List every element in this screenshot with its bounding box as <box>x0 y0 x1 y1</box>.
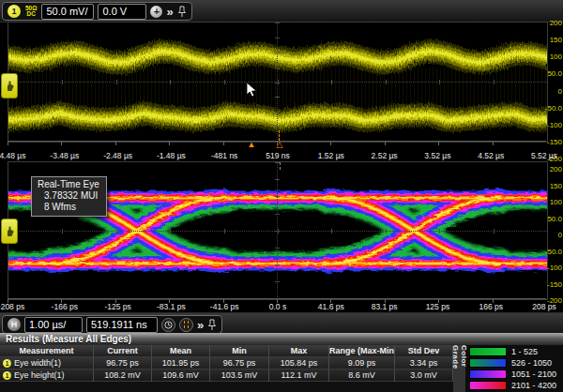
trigger-dash-line <box>279 130 280 141</box>
time-reference-marker[interactable]: ▲ <box>248 141 256 149</box>
acquisition-clock-icon[interactable] <box>161 318 175 332</box>
eye-info-wfms: 8 Wfms <box>38 202 99 213</box>
time-axis-label: 2.52 µs <box>372 151 398 160</box>
oscilloscope-screen: 1 50Ω DC 50.0 mV/ 0.0 V + » 20015 <box>0 0 563 392</box>
voltage-axis-label: -50.0 <box>545 248 562 256</box>
voltage-axis-top: 20015010050.00-50.0-100-150-200 <box>541 19 563 155</box>
measurement-value-cell: 96.75 ps <box>210 357 269 369</box>
time-axis-label: 125 ps <box>426 302 450 311</box>
results-column-header[interactable]: Range (Max-Min) <box>329 345 395 357</box>
waveform-transition-fuzz <box>8 68 547 109</box>
eye-drag-handle[interactable] <box>1 219 18 244</box>
time-axis-label: -481 ns <box>211 151 237 160</box>
hand-pointer-icon <box>5 225 14 237</box>
eye-info-title: Real-Time Eye <box>38 179 99 190</box>
pin-icon[interactable] <box>207 319 217 331</box>
horizontal-button[interactable]: H <box>8 318 21 331</box>
time-axis-label: 1.52 µs <box>318 151 344 160</box>
color-grade-row: 2101 - 4200 <box>465 380 563 390</box>
time-axis-label: -3.48 µs <box>50 151 79 160</box>
color-grade-swatch <box>469 381 507 390</box>
waveform-panel[interactable] <box>8 22 548 143</box>
color-grade-range: 526 - 1050 <box>511 358 552 368</box>
time-axis-label: 208 ps <box>532 302 556 311</box>
time-axis-label: 41.6 ps <box>318 302 344 311</box>
voltage-axis-eye: 20015010050.00-50.0-100-150-200 <box>541 165 563 298</box>
measurement-value-cell: 105.84 ps <box>269 357 329 369</box>
voltage-axis-label: -100 <box>547 121 562 129</box>
time-axis-eye: -208 ps-166 ps-125 ps-83.1 ps-41.6 ps0.0… <box>8 298 546 313</box>
timebase-position-field[interactable]: 519.1911 ns <box>86 317 158 333</box>
measurement-value-cell: 3.0 mV <box>395 369 453 382</box>
source-channel-icon: 1 <box>3 371 11 380</box>
channel1-drag-handle[interactable] <box>1 73 18 98</box>
voltage-axis-label: 150 <box>550 36 562 44</box>
measurement-name: Eye width(1) <box>14 357 61 369</box>
time-axis-label: -4.48 µs <box>0 151 25 160</box>
eye-diagram-panel[interactable]: Real-Time Eye 3.78332 MUI 8 Wfms <box>8 161 548 300</box>
voltage-axis-label: -50.0 <box>545 104 562 113</box>
measurement-value-cell: 109.6 mV <box>152 369 210 382</box>
voltage-axis-label: 50.0 <box>547 69 562 78</box>
coupling-label: DC <box>27 11 36 17</box>
measurement-value-cell: 8.6 mV <box>329 369 395 382</box>
color-grade-range: 1 - 525 <box>511 347 538 356</box>
measurement-value-cell: 112.1 mV <box>269 369 329 382</box>
results-pane: Results (Measure All Edges) MeasurementC… <box>0 333 563 392</box>
vertical-offset-field[interactable]: 0.0 V <box>98 4 146 20</box>
color-grade-row: 1051 - 2100 <box>465 369 563 379</box>
time-axis-label: 4.52 µs <box>478 151 504 160</box>
results-column-header[interactable]: Current <box>94 345 152 357</box>
measurement-value-cell: 101.95 ps <box>152 357 210 369</box>
voltage-axis-label: -150 <box>547 138 562 146</box>
voltage-axis-label: 150 <box>550 182 562 190</box>
time-axis-label: -1.48 µs <box>157 151 186 160</box>
add-channel-icon[interactable]: + <box>150 6 162 18</box>
measurement-name: Eye height(1) <box>14 369 65 382</box>
measurement-value-cell: 103.5 mV <box>210 369 269 382</box>
results-column-header[interactable]: Min <box>210 345 269 357</box>
color-grade-legend: Color Grade 1 - 525526 - 10501051 - 2100… <box>453 345 563 392</box>
channel-controls-group: 1 50Ω DC 50.0 mV/ 0.0 V + » <box>2 2 192 21</box>
time-axis-label: 83.1 ps <box>372 302 398 311</box>
results-table: MeasurementCurrentMeanMinMaxRange (Max-M… <box>0 345 453 382</box>
color-grade-entries: 1 - 525526 - 10501051 - 21002101 - 4200 <box>465 345 563 392</box>
results-title: Results (Measure All Edges) <box>0 333 563 345</box>
trigger-dash <box>280 162 281 170</box>
time-axis-label: 5.52 µs <box>531 151 557 160</box>
pin-icon[interactable] <box>177 6 187 18</box>
results-header-row: MeasurementCurrentMeanMinMaxRange (Max-M… <box>0 345 453 357</box>
results-row[interactable]: 1Eye width(1)96.75 ps101.95 ps96.75 ps10… <box>0 357 453 369</box>
results-column-header[interactable]: Measurement <box>0 345 94 357</box>
voltage-axis-label: 100 <box>550 198 562 206</box>
time-axis-label: -41.6 ps <box>210 302 239 311</box>
voltage-axis-label: 100 <box>550 53 562 61</box>
results-row[interactable]: 1Eye height(1)108.2 mV109.6 mV103.5 mV11… <box>0 369 453 382</box>
eye-info-mui: 3.78332 MUI <box>38 190 99 202</box>
results-column-header[interactable]: Std Dev <box>395 345 453 357</box>
results-column-header[interactable]: Max <box>269 345 329 357</box>
voltage-axis-label: 200 <box>550 19 562 27</box>
voltage-axis-label: 0 <box>558 231 562 239</box>
time-axis-label: 0.0 s <box>269 302 286 311</box>
expand-chevrons-icon[interactable]: » <box>197 319 204 331</box>
mouse-cursor-icon <box>246 82 257 98</box>
color-grade-range: 2101 - 4200 <box>511 381 556 390</box>
eye-markers-icon[interactable] <box>179 318 193 332</box>
time-axis-label: -166 ps <box>52 302 78 311</box>
results-column-header[interactable]: Mean <box>152 345 210 357</box>
timebase-scale-field[interactable]: 1.00 µs/ <box>24 317 83 333</box>
vertical-scale-field[interactable]: 50.0 mV/ <box>41 4 94 20</box>
expand-chevrons-icon[interactable]: » <box>166 6 173 18</box>
eye-info-box[interactable]: Real-Time Eye 3.78332 MUI 8 Wfms <box>31 176 107 217</box>
time-axis-label: -2.48 µs <box>103 151 132 160</box>
trigger-position-marker[interactable]: △ <box>277 141 283 149</box>
voltage-axis-label: 200 <box>550 165 562 173</box>
horizontal-controls-group: H 1.00 µs/ 519.1911 ns » <box>2 315 222 334</box>
voltage-axis-label: 50.0 <box>547 215 562 223</box>
channel-1-button[interactable]: 1 <box>8 5 21 18</box>
impedance-coupling-chip[interactable]: 50Ω DC <box>24 6 38 17</box>
time-axis-top: -4.48 µs-3.48 µs-2.48 µs-1.48 µs-481 ns5… <box>8 141 546 162</box>
results-titlebar[interactable]: Results (Measure All Edges) <box>0 333 563 345</box>
grid-v-ticks <box>275 162 280 299</box>
